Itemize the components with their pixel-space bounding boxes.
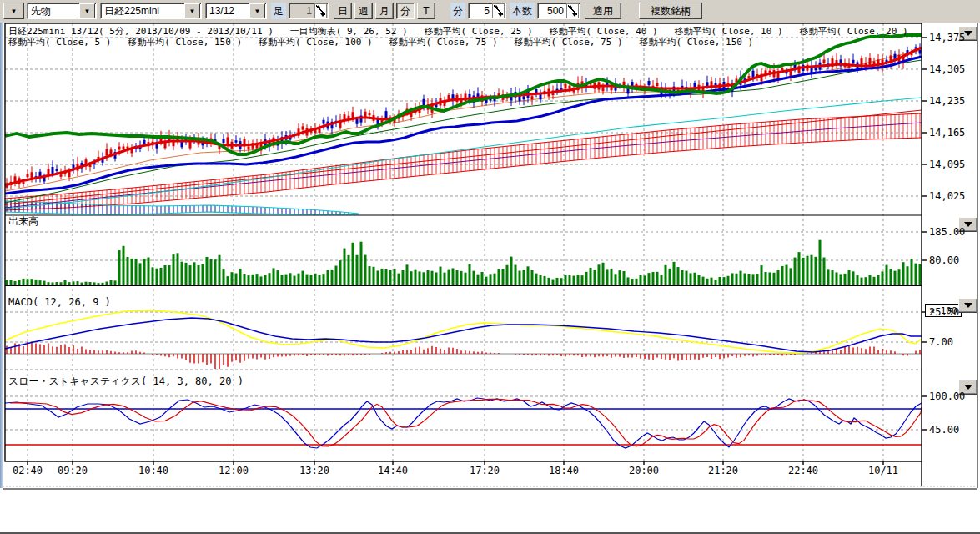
price-tick-label: 14,095 [929,159,965,170]
contract-combobox[interactable]: 13/12 ▼ [205,3,267,19]
toolbar: ▼ 先物 ▼ 日経225mini ▼ 13/12 ▼ 足 1 日 週 月 分 T… [0,0,980,23]
daily-button[interactable]: 日 [334,3,352,19]
price-tick-label: 25.50 [929,306,959,318]
symbol-value: 日経225mini [101,4,183,18]
price-tick-label: 185.00 [929,226,965,238]
spinner-icon[interactable] [566,3,579,18]
chevron-down-icon[interactable]: ▼ [249,3,265,18]
bar-type-label: 足 [271,3,286,19]
spinner-icon[interactable] [492,3,505,18]
monthly-button[interactable]: 月 [375,3,394,19]
tick-button[interactable]: T [417,3,435,19]
chevron-down-icon: ▼ [11,8,18,15]
chart-indicators-line2: 移動平均( Close, 5 ) 移動平均( Close, 150 ) 移動平均… [8,36,753,48]
bar-count-field[interactable]: 500 [537,3,580,19]
volume-panel-label: 出来高 [8,214,38,229]
macd-panel-scroll-button[interactable] [958,298,977,313]
minute-interval-field[interactable]: 5 [468,3,506,19]
time-axis-label: 12:00 [219,465,249,476]
time-axis-label: 09:20 [58,465,88,476]
category-value: 先物 [28,4,78,18]
nav-dropdown-button[interactable]: ▼ [3,3,24,19]
time-axis-label: 21:20 [708,465,738,476]
multi-symbol-button[interactable]: 複数銘柄 [639,3,702,19]
price-tick-label: 7.00 [929,336,953,348]
trading-app-window: { "toolbar": { "nav_drop": "▼", "combo_c… [0,0,980,534]
time-axis-label: 02:40 [13,465,43,476]
weekly-button[interactable]: 週 [354,3,373,19]
price-tick-label: 45.00 [929,424,959,436]
bar-interval-value: 1 [289,5,314,17]
chart-canvas[interactable] [0,23,980,490]
price-tick-label: 14,165 [929,127,965,139]
minute-interval-value: 5 [469,5,491,17]
minute-label: 分 [450,3,465,19]
time-axis-label: 20:00 [629,465,659,476]
bar-count-value: 500 [538,5,565,17]
time-axis-label: 13:20 [299,465,329,476]
symbol-combobox[interactable]: 日経225mini ▼ [100,3,202,19]
time-axis-label: 10/11 [868,465,898,476]
price-tick-label: 14,235 [929,95,965,107]
spinner-icon[interactable] [314,3,327,18]
time-axis-label: 17:20 [470,465,500,476]
time-axis-label: 10:40 [138,465,168,476]
chevron-down-icon[interactable]: ▼ [184,3,200,18]
price-tick-label: 80.00 [929,254,959,266]
price-tick-label: 14,305 [929,63,965,75]
price-tick-label: 100.00 [929,390,965,402]
time-axis-label: 22:40 [788,465,818,476]
triangle-down-icon [964,303,972,308]
stoch-panel-label: スロー・ストキャスティクス( 14, 3, 80, 20 ) [8,375,244,389]
bar-count-label: 本数 [510,3,535,19]
chart-window: 日経225mini 13/12( 5分, 2013/10/09 - 2013/1… [0,23,980,490]
price-tick-label: 14,375 [929,32,965,43]
macd-panel-label: MACD( 12, 26, 9 ) [8,296,111,308]
window-bottom-border [3,488,977,490]
minute-button[interactable]: 分 [396,3,415,19]
window-right-border [977,23,978,488]
apply-button[interactable]: 適用 [585,3,621,19]
category-combobox[interactable]: 先物 ▼ [27,3,97,19]
triangle-down-icon [964,385,972,390]
time-axis-label: 14:40 [378,465,408,476]
chevron-down-icon[interactable]: ▼ [79,3,95,18]
bar-interval-field: 1 [289,3,329,19]
price-tick-label: 14,025 [929,190,965,202]
contract-value: 13/12 [206,5,249,17]
time-axis-label: 18:40 [549,465,579,476]
